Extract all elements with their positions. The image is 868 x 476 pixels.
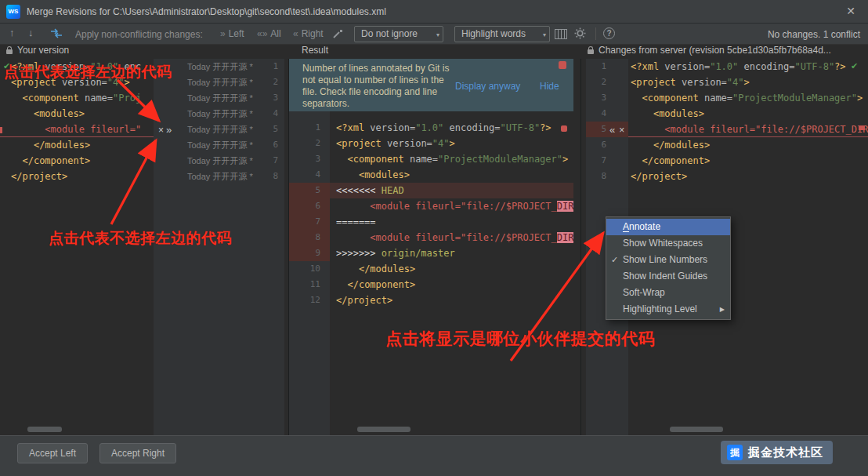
code-token: > (125, 77, 130, 88)
code-line: <modules> (0, 106, 154, 122)
highlight-mode-select[interactable]: Highlight words ▾ (454, 26, 550, 42)
code-line[interactable]: <<<<<<< HEAD (330, 183, 573, 198)
banner-message: Number of lines annotated by Git is not … (302, 63, 453, 110)
next-change-icon[interactable]: ↓ (28, 27, 34, 38)
settings-gear-icon[interactable] (574, 27, 586, 42)
line-number: 5 (261, 122, 278, 137)
annotate-info: Today 开开开源 * (186, 169, 261, 184)
annotate-info: Today 开开开源 * (186, 106, 261, 122)
juejin-logo-icon: 掘 (727, 445, 743, 460)
menu-item-annotate[interactable]: Annotate (606, 219, 730, 235)
code-line[interactable]: <component name="ProjectModuleManager"> (330, 151, 573, 167)
code-token: ?> (540, 122, 551, 133)
merge-controls (154, 59, 186, 74)
merge-controls (606, 74, 628, 90)
code-token: <?xml (631, 61, 664, 72)
menu-item-show-indent-guides[interactable]: Show Indent Guides (606, 268, 730, 285)
line-number: 2 (261, 74, 278, 90)
horizontal-scrollbar-thumb[interactable] (670, 427, 723, 432)
code-token: </component> (22, 155, 90, 166)
code-line: <project version="4"> (628, 74, 868, 90)
line-number: 8 (261, 169, 278, 184)
menu-item-highlighting-level[interactable]: Highlighting Level▶ (606, 301, 730, 318)
code-token: </modules> (359, 263, 415, 274)
annotate-info: Today 开开开源 * (186, 137, 261, 153)
result-line-4: 4 <modules> (289, 167, 573, 183)
code-token: <?xml (11, 61, 45, 72)
previous-change-icon[interactable]: ↑ (9, 27, 15, 38)
menu-item-soft-wrap[interactable]: Soft-Wrap (606, 285, 730, 301)
code-token: <module fileurl=" (11, 124, 141, 135)
result-line-2: 2<project version="4"> (289, 136, 573, 151)
code-token: name= (410, 154, 438, 165)
code-token: "4" (432, 138, 450, 149)
display-anyway-link[interactable]: Display anyway (455, 81, 520, 92)
code-token: "ProjectModuleManager" (438, 154, 562, 165)
annotate-info: Today 开开开源 * (186, 122, 261, 137)
code-token: <project (336, 138, 387, 149)
code-line: <component name="ProjectModuleManager"> (628, 90, 868, 106)
server-line-4: 4 <modules> (586, 106, 868, 122)
line-number: 5 (289, 183, 330, 198)
horizontal-scrollbar-thumb[interactable] (27, 427, 62, 432)
code-token (336, 169, 359, 180)
ignore-policy-select[interactable]: Do not ignore ▾ (354, 26, 443, 42)
close-icon[interactable]: ✕ (846, 5, 855, 17)
menu-item-show-line-numbers[interactable]: ✓Show Line Numbers (606, 252, 730, 268)
merge-controls (154, 153, 186, 169)
title-bar: WS Merge Revisions for C:\Users\Administ… (0, 0, 868, 24)
code-line[interactable]: <module fileurl="file://$PROJECT_DIR (330, 230, 573, 245)
code-line: <module fileurl="file://$PROJECT_DIR (628, 122, 868, 137)
code-line[interactable]: </project> (330, 293, 573, 308)
line-number: 7 (261, 153, 278, 169)
annotate-info: Today 开开开源 * (186, 153, 261, 169)
code-line[interactable]: >>>>>>> origin/master (330, 245, 573, 261)
chevrons-right-icon: » (220, 28, 226, 39)
code-token: version= (682, 77, 727, 88)
highlight-mode-value: Highlight words (461, 28, 526, 39)
apply-right-button[interactable]: « Right (293, 28, 324, 39)
apply-left-button[interactable]: » Left (220, 28, 244, 39)
accept-right-button[interactable]: Accept Right (99, 443, 176, 463)
apply-right-label: Right (302, 28, 324, 39)
merge-controls (154, 74, 186, 90)
code-line: <project version="4"> (0, 74, 154, 90)
code-line[interactable]: <module fileurl="file://$PROJECT_DIR (330, 198, 573, 214)
merge-controls (606, 153, 628, 169)
code-token: > (450, 138, 455, 149)
apply-change-icon[interactable]: « (609, 124, 614, 136)
apply-all-button[interactable]: «» All (257, 28, 281, 39)
code-line[interactable]: <?xml version="1.0" encoding="UTF-8"?> (330, 120, 573, 136)
result-line-3: 3 <component name="ProjectModuleManager"… (289, 151, 573, 167)
line-number: 9 (289, 245, 330, 261)
server-line-8: 8</project> (586, 169, 868, 184)
ignore-change-icon[interactable]: × (158, 125, 164, 136)
code-line[interactable]: </modules> (330, 261, 573, 277)
horizontal-scrollbar-thumb[interactable] (357, 427, 410, 432)
code-line[interactable]: <modules> (330, 167, 573, 183)
line-number: 11 (289, 277, 330, 293)
accept-left-button[interactable]: Accept Left (17, 443, 88, 463)
apply-all-non-conflicting-icon[interactable] (50, 28, 63, 41)
editor-layout-icon[interactable] (555, 29, 567, 39)
magic-resolve-icon[interactable] (332, 28, 343, 42)
code-token (11, 93, 22, 104)
code-token: name= (704, 93, 732, 104)
dropdown-arrow-icon: ▾ (436, 27, 439, 42)
ignore-change-icon[interactable]: × (619, 125, 624, 136)
code-line[interactable]: </component> (330, 277, 573, 293)
help-icon[interactable]: ? (603, 27, 615, 39)
code-token (11, 155, 22, 166)
your-version-line-3: <component name="ProjToday 开开开源 *3 (0, 90, 284, 106)
chevrons-left-icon: « (293, 28, 298, 39)
lock-icon (588, 49, 594, 54)
code-line[interactable]: ======= (330, 214, 573, 230)
apply-change-icon[interactable]: » (166, 124, 171, 136)
line-number: 3 (261, 90, 278, 106)
analysis-ok-icon: ✔ (3, 61, 10, 71)
your-version-line-2: <project version="4">Today 开开开源 *2 (0, 74, 284, 90)
hide-link[interactable]: Hide (540, 81, 559, 92)
code-token: ?> (834, 61, 845, 72)
code-line[interactable]: <project version="4"> (330, 136, 573, 151)
menu-item-show-whitespaces[interactable]: Show Whitespaces (606, 235, 730, 252)
